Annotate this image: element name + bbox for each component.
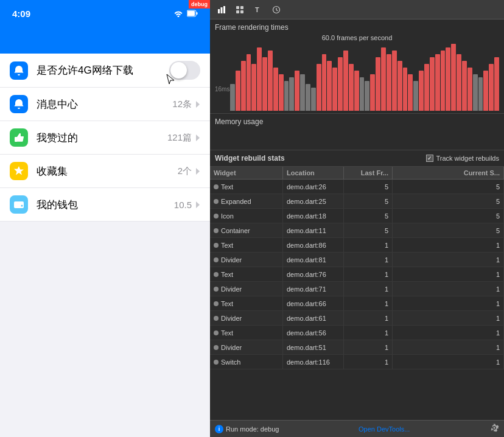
list-item-messages[interactable]: 消息中心 12条 [0,88,210,121]
clock-icon[interactable] [270,3,283,16]
chart-bar [262,57,267,111]
table-row[interactable]: Text demo.dart:56 1 1 [210,326,504,340]
phone-status-bar: 4:09 [0,0,210,27]
widget-dot [214,287,219,292]
chart-bar [279,74,284,111]
svg-rect-5 [218,9,220,13]
run-mode-label: Run mode: debug [226,425,279,433]
chart-bar [284,81,289,111]
chart-bar [446,47,450,111]
table-row[interactable]: Container demo.dart:11 5 5 [210,223,504,238]
phone-time: 4:09 [12,9,30,19]
table-row[interactable]: Divider demo.dart:71 1 1 [210,282,504,296]
td-lastfr-3: 5 [344,223,393,237]
mouse-cursor [164,73,177,85]
grid-icon[interactable] [233,3,247,16]
chart-bar [268,51,273,111]
text-format-icon[interactable]: T [251,3,265,16]
list-item-favorites-icon [10,162,28,180]
table-row[interactable]: Text demo.dart:26 5 5 [210,180,504,194]
th-location: Location [283,167,344,179]
chart-bar [430,57,435,111]
table-row[interactable]: Switch demo.dart:116 1 1 [210,355,504,369]
svg-rect-7 [223,6,225,13]
table-row[interactable]: Icon demo.dart:18 5 5 [210,209,504,223]
td-current-9: 1 [393,311,504,325]
td-lastfr-10: 1 [344,326,393,340]
chart-bar [462,61,467,111]
td-lastfr-9: 1 [344,311,393,325]
table-row[interactable]: Text demo.dart:66 1 1 [210,296,504,311]
chart-bar [483,71,488,111]
chart-bar [419,71,424,111]
chart-bar [332,68,337,111]
td-location-2: demo.dart:18 [283,209,344,223]
open-devtools-button[interactable]: Open DevTools... [359,425,410,433]
widget-table: Widget Location Last Fr... Current S... … [210,167,504,420]
td-widget-6: Text [210,267,283,281]
gear-icon[interactable] [489,423,499,435]
list-item-wallet[interactable]: 我的钱包 10.5 [0,188,210,222]
td-widget-0: Text [210,180,283,194]
chart-bar [489,64,494,111]
list-item-likes[interactable]: 我赞过的 121篇 [0,121,210,155]
memory-usage-title: Memory usage [215,117,499,126]
table-row[interactable]: Divider demo.dart:81 1 1 [210,253,504,267]
list-item-wallet-icon [10,195,28,214]
svg-rect-1 [187,11,195,16]
svg-rect-3 [14,201,24,208]
frame-rendering-subtitle: 60.0 frames per second [215,34,499,41]
chart-bar [365,81,369,111]
td-widget-1: Expanded [210,194,283,208]
list-item-4g-icon [10,61,28,80]
list-item-4g[interactable]: 是否允许4G网络下载 [0,54,210,88]
list-item-wallet-text: 我的钱包 [37,198,174,212]
debug-badge: debug [189,0,210,9]
svg-point-4 [21,205,23,207]
chevron-right-icon-2 [195,134,200,142]
td-location-1: demo.dart:25 [283,194,344,208]
td-widget-8: Text [210,296,283,310]
widget-stats-header: Widget rebuild stats ✓ Track widget rebu… [210,150,504,167]
chevron-right-icon-4 [195,201,200,209]
phone-list: 是否允许4G网络下载 消息中心 12条 [0,54,210,222]
track-widget-checkbox[interactable]: ✓ Track widget rebuilds [426,155,499,162]
bar-chart-icon[interactable] [215,3,228,16]
chart-bar [370,74,375,111]
chart-bar [435,54,440,111]
svg-rect-9 [240,6,243,9]
chart-bar [392,51,397,111]
widget-name: Switch [221,358,240,366]
table-row[interactable]: Divider demo.dart:61 1 1 [210,311,504,326]
chart-bar [408,74,413,111]
widget-name: Divider [221,315,242,322]
table-row[interactable]: Expanded demo.dart:25 5 5 [210,194,504,209]
chart-bar [424,64,429,111]
widget-name: Divider [221,285,242,293]
chart-bar [457,54,461,111]
td-lastfr-8: 1 [344,296,393,310]
td-location-10: demo.dart:56 [283,326,344,340]
table-row[interactable]: Text demo.dart:76 1 1 [210,267,504,282]
chart-bar [317,64,321,111]
list-item-favorites[interactable]: 收藏集 2个 [0,155,210,188]
svg-rect-6 [221,7,223,13]
list-item-likes-text: 我赞过的 [37,131,167,145]
table-row[interactable]: Divider demo.dart:51 1 1 [210,340,504,355]
td-current-10: 1 [393,326,504,340]
td-location-9: demo.dart:61 [283,311,344,325]
widget-name: Divider [221,256,242,264]
chart-bar [478,77,483,111]
chart-bar [295,71,299,111]
th-current-s: Current S... [393,167,504,179]
chart-bar [349,64,354,111]
list-item-wallet-badge: 10.5 [174,200,192,210]
memory-usage-section: Memory usage [210,114,504,150]
td-lastfr-6: 1 [344,267,393,281]
chart-bar [381,47,386,111]
chart-bar [387,54,391,111]
td-location-4: demo.dart:86 [283,238,344,252]
table-row[interactable]: Text demo.dart:86 1 1 [210,238,504,253]
td-lastfr-2: 5 [344,209,393,223]
chart-bar [494,57,499,111]
